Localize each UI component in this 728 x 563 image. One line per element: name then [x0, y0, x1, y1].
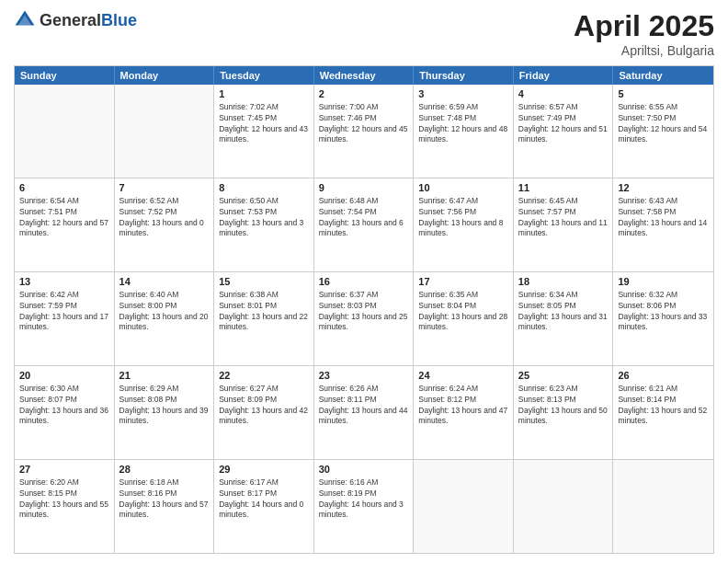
cell-text: Sunrise: 6:37 AM Sunset: 8:03 PM Dayligh…: [319, 290, 410, 331]
page: GeneralBlue April 2025 Apriltsi, Bulgari…: [0, 0, 728, 563]
day-number: 14: [119, 275, 210, 288]
calendar-cell: 21Sunrise: 6:29 AM Sunset: 8:08 PM Dayli…: [115, 366, 215, 459]
calendar-cell: [15, 85, 115, 178]
day-number: 29: [219, 463, 309, 476]
day-number: 20: [19, 369, 109, 382]
day-number: 15: [219, 275, 309, 288]
calendar-row: 1Sunrise: 7:02 AM Sunset: 7:45 PM Daylig…: [15, 85, 713, 178]
calendar-cell: 23Sunrise: 6:26 AM Sunset: 8:11 PM Dayli…: [314, 366, 415, 459]
calendar-cell: 13Sunrise: 6:42 AM Sunset: 7:59 PM Dayli…: [15, 272, 115, 365]
calendar-cell: [514, 460, 614, 553]
cell-text: Sunrise: 6:43 AM Sunset: 7:58 PM Dayligh…: [618, 196, 709, 237]
calendar-cell: 22Sunrise: 6:27 AM Sunset: 8:09 PM Dayli…: [214, 366, 314, 459]
calendar-cell: 1Sunrise: 7:02 AM Sunset: 7:45 PM Daylig…: [214, 85, 314, 178]
logo-blue: Blue: [101, 11, 137, 29]
calendar-cell: 12Sunrise: 6:43 AM Sunset: 7:58 PM Dayli…: [613, 178, 713, 271]
calendar: SundayMondayTuesdayWednesdayThursdayFrid…: [14, 65, 714, 554]
cell-text: Sunrise: 6:59 AM Sunset: 7:48 PM Dayligh…: [418, 102, 509, 144]
weekday-header: Saturday: [613, 66, 713, 85]
cell-text: Sunrise: 6:52 AM Sunset: 7:52 PM Dayligh…: [119, 196, 207, 237]
day-number: 12: [618, 181, 709, 194]
day-number: 3: [418, 87, 508, 100]
calendar-cell: 8Sunrise: 6:50 AM Sunset: 7:53 PM Daylig…: [214, 178, 314, 271]
calendar-row: 27Sunrise: 6:20 AM Sunset: 8:15 PM Dayli…: [15, 459, 713, 553]
cell-text: Sunrise: 6:26 AM Sunset: 8:11 PM Dayligh…: [319, 384, 410, 425]
cell-text: Sunrise: 6:54 AM Sunset: 7:51 PM Dayligh…: [19, 196, 110, 237]
day-number: 27: [19, 463, 109, 476]
day-number: 13: [19, 275, 109, 288]
day-number: 10: [418, 181, 508, 194]
calendar-cell: 14Sunrise: 6:40 AM Sunset: 8:00 PM Dayli…: [115, 272, 215, 365]
cell-text: Sunrise: 6:27 AM Sunset: 8:09 PM Dayligh…: [219, 384, 310, 425]
logo-icon: [14, 9, 36, 31]
calendar-cell: 3Sunrise: 6:59 AM Sunset: 7:48 PM Daylig…: [414, 85, 514, 178]
weekday-header: Wednesday: [314, 66, 415, 85]
day-number: 17: [418, 275, 508, 288]
calendar-cell: 11Sunrise: 6:45 AM Sunset: 7:57 PM Dayli…: [514, 178, 614, 271]
calendar-cell: 10Sunrise: 6:47 AM Sunset: 7:56 PM Dayli…: [414, 178, 514, 271]
title-month: April 2025: [574, 9, 714, 43]
calendar-cell: 25Sunrise: 6:23 AM Sunset: 8:13 PM Dayli…: [514, 366, 614, 459]
calendar-row: 20Sunrise: 6:30 AM Sunset: 8:07 PM Dayli…: [15, 365, 713, 459]
day-number: 26: [618, 369, 709, 382]
cell-text: Sunrise: 6:42 AM Sunset: 7:59 PM Dayligh…: [19, 290, 110, 331]
cell-text: Sunrise: 6:18 AM Sunset: 8:16 PM Dayligh…: [119, 477, 210, 519]
cell-text: Sunrise: 6:47 AM Sunset: 7:56 PM Dayligh…: [418, 196, 506, 237]
weekday-header: Tuesday: [214, 66, 314, 85]
cell-text: Sunrise: 6:38 AM Sunset: 8:01 PM Dayligh…: [219, 290, 310, 331]
cell-text: Sunrise: 6:50 AM Sunset: 7:53 PM Dayligh…: [219, 196, 306, 237]
day-number: 11: [518, 181, 609, 194]
cell-text: Sunrise: 7:02 AM Sunset: 7:45 PM Dayligh…: [219, 102, 310, 144]
day-number: 22: [219, 369, 309, 382]
calendar-row: 6Sunrise: 6:54 AM Sunset: 7:51 PM Daylig…: [15, 178, 713, 271]
day-number: 1: [219, 87, 309, 100]
calendar-row: 13Sunrise: 6:42 AM Sunset: 7:59 PM Dayli…: [15, 271, 713, 365]
day-number: 16: [319, 275, 409, 288]
day-number: 2: [319, 87, 409, 100]
calendar-cell: 2Sunrise: 7:00 AM Sunset: 7:46 PM Daylig…: [314, 85, 415, 178]
calendar-cell: 24Sunrise: 6:24 AM Sunset: 8:12 PM Dayli…: [414, 366, 514, 459]
calendar-cell: 9Sunrise: 6:48 AM Sunset: 7:54 PM Daylig…: [314, 178, 415, 271]
calendar-cell: 16Sunrise: 6:37 AM Sunset: 8:03 PM Dayli…: [314, 272, 415, 365]
calendar-cell: [115, 85, 215, 178]
title-location: Apriltsi, Bulgaria: [574, 43, 714, 58]
weekday-header: Monday: [115, 66, 215, 85]
calendar-cell: [613, 460, 713, 553]
title-block: April 2025 Apriltsi, Bulgaria: [574, 9, 714, 58]
calendar-cell: 15Sunrise: 6:38 AM Sunset: 8:01 PM Dayli…: [214, 272, 314, 365]
day-number: 30: [319, 463, 409, 476]
day-number: 25: [518, 369, 609, 382]
cell-text: Sunrise: 6:40 AM Sunset: 8:00 PM Dayligh…: [119, 290, 210, 331]
cell-text: Sunrise: 6:17 AM Sunset: 8:17 PM Dayligh…: [219, 477, 306, 519]
cell-text: Sunrise: 6:23 AM Sunset: 8:13 PM Dayligh…: [518, 384, 609, 425]
day-number: 5: [618, 87, 709, 100]
cell-text: Sunrise: 6:32 AM Sunset: 8:06 PM Dayligh…: [618, 290, 709, 331]
logo-general: General: [40, 11, 101, 29]
calendar-header: SundayMondayTuesdayWednesdayThursdayFrid…: [15, 66, 713, 85]
day-number: 9: [319, 181, 409, 194]
cell-text: Sunrise: 6:30 AM Sunset: 8:07 PM Dayligh…: [19, 384, 110, 425]
logo: GeneralBlue: [14, 9, 137, 31]
day-number: 7: [119, 181, 210, 194]
day-number: 21: [119, 369, 210, 382]
header: GeneralBlue April 2025 Apriltsi, Bulgari…: [14, 9, 714, 58]
day-number: 19: [618, 275, 709, 288]
cell-text: Sunrise: 6:48 AM Sunset: 7:54 PM Dayligh…: [319, 196, 406, 237]
cell-text: Sunrise: 6:45 AM Sunset: 7:57 PM Dayligh…: [518, 196, 609, 237]
day-number: 24: [418, 369, 508, 382]
calendar-cell: 6Sunrise: 6:54 AM Sunset: 7:51 PM Daylig…: [15, 178, 115, 271]
day-number: 8: [219, 181, 309, 194]
calendar-cell: 19Sunrise: 6:32 AM Sunset: 8:06 PM Dayli…: [613, 272, 713, 365]
calendar-cell: 28Sunrise: 6:18 AM Sunset: 8:16 PM Dayli…: [115, 460, 215, 553]
weekday-header: Thursday: [414, 66, 514, 85]
cell-text: Sunrise: 6:29 AM Sunset: 8:08 PM Dayligh…: [119, 384, 210, 425]
calendar-cell: 27Sunrise: 6:20 AM Sunset: 8:15 PM Dayli…: [15, 460, 115, 553]
day-number: 23: [319, 369, 409, 382]
cell-text: Sunrise: 6:34 AM Sunset: 8:05 PM Dayligh…: [518, 290, 609, 331]
calendar-cell: 17Sunrise: 6:35 AM Sunset: 8:04 PM Dayli…: [414, 272, 514, 365]
calendar-cell: 20Sunrise: 6:30 AM Sunset: 8:07 PM Dayli…: [15, 366, 115, 459]
calendar-cell: 18Sunrise: 6:34 AM Sunset: 8:05 PM Dayli…: [514, 272, 614, 365]
cell-text: Sunrise: 6:20 AM Sunset: 8:15 PM Dayligh…: [19, 477, 110, 519]
calendar-body: 1Sunrise: 7:02 AM Sunset: 7:45 PM Daylig…: [15, 85, 713, 553]
day-number: 28: [119, 463, 210, 476]
